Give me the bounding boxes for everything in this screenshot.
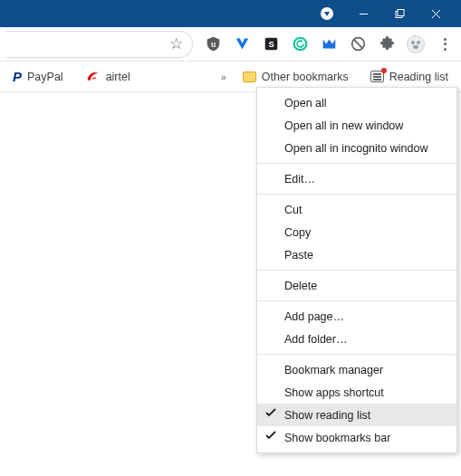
ext-malwarebytes-icon[interactable] xyxy=(318,33,340,55)
ctx-add-folder[interactable]: Add folder… xyxy=(257,328,456,350)
ctx-show-reading-list[interactable]: Show reading list xyxy=(257,404,456,426)
window-titlebar xyxy=(0,0,461,27)
ctx-add-page[interactable]: Add page… xyxy=(257,305,456,328)
ctx-label: Open all in incognito window xyxy=(284,142,427,155)
ctx-cut[interactable]: Cut xyxy=(257,198,456,221)
close-icon xyxy=(431,9,441,19)
omnibox[interactable]: ☆ xyxy=(5,31,193,58)
bookmark-airtel[interactable]: airtel xyxy=(80,65,136,88)
bookmark-star-icon[interactable]: ☆ xyxy=(169,34,183,53)
ext-noscript-icon[interactable] xyxy=(347,33,369,55)
ctx-label: Show bookmarks bar xyxy=(284,432,390,444)
ctx-copy[interactable]: Copy xyxy=(257,221,456,243)
folder-icon xyxy=(243,71,256,82)
svg-line-10 xyxy=(353,39,362,48)
ctx-separator xyxy=(257,270,456,271)
airtel-icon xyxy=(85,69,101,84)
reading-list-icon xyxy=(370,71,384,82)
ctx-open-all[interactable]: Open all xyxy=(257,91,456,114)
ext-grammarly-icon[interactable] xyxy=(289,33,311,55)
ctx-delete[interactable]: Delete xyxy=(257,274,456,297)
ctx-label: Add page… xyxy=(284,310,344,323)
ctx-separator xyxy=(257,163,456,164)
kebab-menu-icon xyxy=(444,38,447,51)
ctx-show-apps-shortcut[interactable]: Show apps shortcut xyxy=(257,381,456,404)
other-bookmarks-button[interactable]: Other bookmarks xyxy=(237,67,354,87)
checkmark-icon xyxy=(264,406,277,419)
profile-icon xyxy=(407,35,425,53)
bookmark-paypal[interactable]: P PayPal xyxy=(7,65,69,88)
ctx-open-all-new-window[interactable]: Open all in new window xyxy=(257,114,456,137)
ext-s-icon[interactable]: S xyxy=(260,33,282,55)
svg-text:S: S xyxy=(268,40,274,49)
chrome-menu-button[interactable] xyxy=(434,33,456,55)
ctx-separator xyxy=(257,300,456,301)
extension-strip: u S xyxy=(193,33,456,55)
ctx-label: Copy xyxy=(284,226,311,239)
bookmarks-overflow-chevron-icon[interactable]: » xyxy=(221,71,226,82)
svg-text:u: u xyxy=(210,40,215,49)
browser-toolbar: ☆ u S xyxy=(0,27,461,62)
window-minimize-button[interactable] xyxy=(345,0,381,27)
ctx-label: Open all xyxy=(284,97,327,109)
ext-v-icon[interactable] xyxy=(231,33,253,55)
ctx-label: Show reading list xyxy=(284,409,370,422)
window-maximize-button[interactable] xyxy=(381,0,418,27)
checkmark-icon xyxy=(264,429,277,442)
svg-point-8 xyxy=(293,38,306,51)
ctx-label: Add folder… xyxy=(284,333,347,346)
bookmark-label: airtel xyxy=(106,71,130,83)
bookmark-label: Reading list xyxy=(389,71,448,83)
maximize-icon xyxy=(395,9,405,19)
ctx-separator xyxy=(257,194,456,195)
profile-button[interactable] xyxy=(405,33,427,55)
reading-list-button[interactable]: Reading list xyxy=(365,67,454,87)
ctx-open-all-incognito[interactable]: Open all in incognito window xyxy=(257,137,456,159)
ext-ublock-icon[interactable]: u xyxy=(202,33,224,55)
bookmark-label: Other bookmarks xyxy=(262,71,349,83)
context-menu: Open all Open all in new window Open all… xyxy=(256,87,457,453)
paypal-icon: P xyxy=(13,69,22,84)
ext-puzzle-icon[interactable] xyxy=(376,33,398,55)
ctx-label: Open all in new window xyxy=(284,119,403,132)
ctx-label: Show apps shortcut xyxy=(284,386,384,399)
ctx-label: Paste xyxy=(284,249,313,262)
ctx-edit[interactable]: Edit… xyxy=(257,167,456,190)
ctx-show-bookmarks-bar[interactable]: Show bookmarks bar xyxy=(257,426,456,449)
window-close-button[interactable] xyxy=(418,0,454,27)
minimize-icon xyxy=(359,9,369,19)
ctx-separator xyxy=(257,354,456,355)
ctx-label: Delete xyxy=(284,280,317,292)
ctx-label: Bookmark manager xyxy=(284,364,383,376)
ctx-paste[interactable]: Paste xyxy=(257,243,456,266)
svg-rect-2 xyxy=(398,9,404,15)
ctx-bookmark-manager[interactable]: Bookmark manager xyxy=(257,358,456,381)
dropdown-circle-icon xyxy=(321,7,333,20)
window-dropdown-button[interactable] xyxy=(309,0,345,27)
ctx-label: Edit… xyxy=(284,173,315,186)
ctx-label: Cut xyxy=(284,204,302,216)
bookmark-label: PayPal xyxy=(27,71,63,83)
